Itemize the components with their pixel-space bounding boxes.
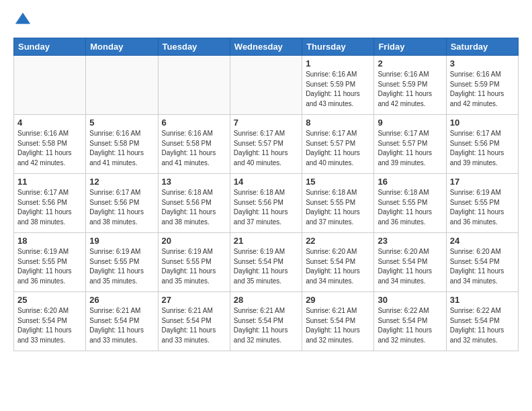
weekday-header-monday: Monday <box>86 38 158 56</box>
logo-icon <box>13 11 32 30</box>
day-number: 6 <box>162 118 226 128</box>
day-info: Sunrise: 6:21 AMSunset: 5:54 PMDaylight:… <box>234 306 298 345</box>
calendar-cell: 12Sunrise: 6:17 AMSunset: 5:56 PMDayligh… <box>86 174 158 233</box>
day-number: 3 <box>450 58 515 68</box>
day-number: 4 <box>17 118 82 128</box>
day-info: Sunrise: 6:18 AMSunset: 5:55 PMDaylight:… <box>378 188 442 227</box>
day-info: Sunrise: 6:19 AMSunset: 5:55 PMDaylight:… <box>450 188 515 227</box>
day-info: Sunrise: 6:16 AMSunset: 5:59 PMDaylight:… <box>450 70 515 109</box>
day-info: Sunrise: 6:19 AMSunset: 5:55 PMDaylight:… <box>89 247 154 286</box>
day-number: 8 <box>306 118 370 128</box>
calendar-cell: 9Sunrise: 6:17 AMSunset: 5:57 PMDaylight… <box>374 115 446 174</box>
day-info: Sunrise: 6:20 AMSunset: 5:54 PMDaylight:… <box>378 247 442 286</box>
calendar-cell <box>158 56 230 115</box>
day-number: 20 <box>162 236 226 246</box>
day-info: Sunrise: 6:17 AMSunset: 5:57 PMDaylight:… <box>306 129 370 168</box>
calendar-cell: 29Sunrise: 6:21 AMSunset: 5:54 PMDayligh… <box>302 292 374 351</box>
day-number: 22 <box>306 236 370 246</box>
calendar-week-2: 4Sunrise: 6:16 AMSunset: 5:58 PMDaylight… <box>14 115 519 174</box>
day-info: Sunrise: 6:18 AMSunset: 5:56 PMDaylight:… <box>234 188 298 227</box>
calendar-cell: 3Sunrise: 6:16 AMSunset: 5:59 PMDaylight… <box>446 56 518 115</box>
day-info: Sunrise: 6:20 AMSunset: 5:54 PMDaylight:… <box>306 247 370 286</box>
calendar-cell <box>14 56 86 115</box>
calendar-week-4: 18Sunrise: 6:19 AMSunset: 5:55 PMDayligh… <box>14 233 519 292</box>
calendar-cell: 7Sunrise: 6:17 AMSunset: 5:57 PMDaylight… <box>230 115 302 174</box>
day-number: 29 <box>306 295 370 305</box>
calendar-cell: 14Sunrise: 6:18 AMSunset: 5:56 PMDayligh… <box>230 174 302 233</box>
day-number: 2 <box>378 58 442 68</box>
day-number: 15 <box>306 177 370 187</box>
calendar-cell: 4Sunrise: 6:16 AMSunset: 5:58 PMDaylight… <box>14 115 86 174</box>
calendar-week-5: 25Sunrise: 6:20 AMSunset: 5:54 PMDayligh… <box>14 292 519 351</box>
page: SundayMondayTuesdayWednesdayThursdayFrid… <box>0 0 532 365</box>
calendar-cell: 27Sunrise: 6:21 AMSunset: 5:54 PMDayligh… <box>158 292 230 351</box>
day-info: Sunrise: 6:17 AMSunset: 5:56 PMDaylight:… <box>450 129 515 168</box>
day-number: 9 <box>378 118 442 128</box>
calendar-cell: 25Sunrise: 6:20 AMSunset: 5:54 PMDayligh… <box>14 292 86 351</box>
calendar-week-1: 1Sunrise: 6:16 AMSunset: 5:59 PMDaylight… <box>14 56 519 115</box>
day-number: 30 <box>378 295 442 305</box>
day-number: 26 <box>89 295 154 305</box>
day-number: 1 <box>306 58 370 68</box>
calendar-cell: 18Sunrise: 6:19 AMSunset: 5:55 PMDayligh… <box>14 233 86 292</box>
day-info: Sunrise: 6:20 AMSunset: 5:54 PMDaylight:… <box>450 247 515 286</box>
day-number: 18 <box>17 236 82 246</box>
day-number: 21 <box>234 236 298 246</box>
calendar-cell: 21Sunrise: 6:19 AMSunset: 5:54 PMDayligh… <box>230 233 302 292</box>
day-number: 23 <box>378 236 442 246</box>
day-number: 11 <box>17 177 82 187</box>
day-number: 28 <box>234 295 298 305</box>
day-info: Sunrise: 6:16 AMSunset: 5:59 PMDaylight:… <box>378 70 442 109</box>
calendar-cell: 17Sunrise: 6:19 AMSunset: 5:55 PMDayligh… <box>446 174 518 233</box>
calendar-cell <box>86 56 158 115</box>
calendar-cell: 16Sunrise: 6:18 AMSunset: 5:55 PMDayligh… <box>374 174 446 233</box>
day-info: Sunrise: 6:17 AMSunset: 5:57 PMDaylight:… <box>234 129 298 168</box>
day-info: Sunrise: 6:22 AMSunset: 5:54 PMDaylight:… <box>378 306 442 345</box>
day-number: 31 <box>450 295 515 305</box>
day-info: Sunrise: 6:20 AMSunset: 5:54 PMDaylight:… <box>17 306 82 345</box>
day-info: Sunrise: 6:16 AMSunset: 5:59 PMDaylight:… <box>306 70 370 109</box>
calendar-cell: 24Sunrise: 6:20 AMSunset: 5:54 PMDayligh… <box>446 233 518 292</box>
day-info: Sunrise: 6:21 AMSunset: 5:54 PMDaylight:… <box>306 306 370 345</box>
day-info: Sunrise: 6:17 AMSunset: 5:57 PMDaylight:… <box>378 129 442 168</box>
day-info: Sunrise: 6:19 AMSunset: 5:54 PMDaylight:… <box>234 247 298 286</box>
day-number: 16 <box>378 177 442 187</box>
day-info: Sunrise: 6:19 AMSunset: 5:55 PMDaylight:… <box>162 247 226 286</box>
day-number: 13 <box>162 177 226 187</box>
logo <box>13 11 35 30</box>
day-info: Sunrise: 6:18 AMSunset: 5:55 PMDaylight:… <box>306 188 370 227</box>
day-number: 17 <box>450 177 515 187</box>
calendar-cell: 19Sunrise: 6:19 AMSunset: 5:55 PMDayligh… <box>86 233 158 292</box>
header <box>13 11 519 30</box>
calendar-cell: 10Sunrise: 6:17 AMSunset: 5:56 PMDayligh… <box>446 115 518 174</box>
calendar-week-3: 11Sunrise: 6:17 AMSunset: 5:56 PMDayligh… <box>14 174 519 233</box>
day-info: Sunrise: 6:16 AMSunset: 5:58 PMDaylight:… <box>89 129 154 168</box>
weekday-header-sunday: Sunday <box>14 38 86 56</box>
day-number: 19 <box>89 236 154 246</box>
calendar-cell: 31Sunrise: 6:22 AMSunset: 5:54 PMDayligh… <box>446 292 518 351</box>
calendar-cell: 20Sunrise: 6:19 AMSunset: 5:55 PMDayligh… <box>158 233 230 292</box>
day-info: Sunrise: 6:17 AMSunset: 5:56 PMDaylight:… <box>17 188 82 227</box>
day-info: Sunrise: 6:21 AMSunset: 5:54 PMDaylight:… <box>162 306 226 345</box>
weekday-header-saturday: Saturday <box>446 38 518 56</box>
calendar-cell: 5Sunrise: 6:16 AMSunset: 5:58 PMDaylight… <box>86 115 158 174</box>
weekday-header-row: SundayMondayTuesdayWednesdayThursdayFrid… <box>14 38 519 56</box>
day-info: Sunrise: 6:21 AMSunset: 5:54 PMDaylight:… <box>89 306 154 345</box>
day-number: 14 <box>234 177 298 187</box>
calendar-cell <box>230 56 302 115</box>
day-info: Sunrise: 6:16 AMSunset: 5:58 PMDaylight:… <box>17 129 82 168</box>
day-info: Sunrise: 6:16 AMSunset: 5:58 PMDaylight:… <box>162 129 226 168</box>
day-number: 25 <box>17 295 82 305</box>
calendar-cell: 2Sunrise: 6:16 AMSunset: 5:59 PMDaylight… <box>374 56 446 115</box>
calendar-cell: 22Sunrise: 6:20 AMSunset: 5:54 PMDayligh… <box>302 233 374 292</box>
day-number: 12 <box>89 177 154 187</box>
day-number: 27 <box>162 295 226 305</box>
day-number: 10 <box>450 118 515 128</box>
calendar-cell: 30Sunrise: 6:22 AMSunset: 5:54 PMDayligh… <box>374 292 446 351</box>
calendar-cell: 23Sunrise: 6:20 AMSunset: 5:54 PMDayligh… <box>374 233 446 292</box>
weekday-header-wednesday: Wednesday <box>230 38 302 56</box>
calendar-table: SundayMondayTuesdayWednesdayThursdayFrid… <box>13 38 519 351</box>
day-info: Sunrise: 6:17 AMSunset: 5:56 PMDaylight:… <box>89 188 154 227</box>
day-info: Sunrise: 6:19 AMSunset: 5:55 PMDaylight:… <box>17 247 82 286</box>
day-number: 7 <box>234 118 298 128</box>
